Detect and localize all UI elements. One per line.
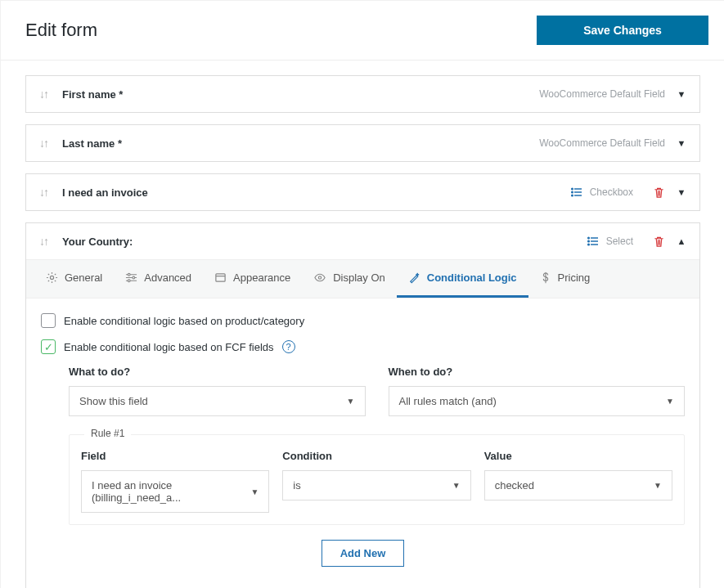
- what-to-do-value: Show this field: [79, 395, 148, 407]
- list-icon: [587, 235, 600, 248]
- svg-point-18: [319, 276, 322, 279]
- tab-label: Conditional Logic: [427, 272, 517, 284]
- collapse-toggle-icon[interactable]: ▲: [677, 236, 686, 246]
- what-to-do-select[interactable]: Show this field ▼: [69, 386, 366, 416]
- gear-icon: [46, 272, 58, 284]
- field-row[interactable]: ↓↑ I need an invoice Checkbox ▼: [25, 173, 700, 211]
- chevron-down-icon: ▼: [347, 397, 355, 406]
- field-row[interactable]: ↓↑ First name * WooCommerce Default Fiel…: [25, 75, 700, 113]
- rule-legend: Rule #1: [84, 428, 131, 439]
- rule-value-select[interactable]: checked ▼: [484, 470, 672, 500]
- what-to-do-label: What to do?: [69, 366, 366, 378]
- tab-label: Display On: [333, 272, 385, 284]
- drag-handle-icon[interactable]: ↓↑: [39, 235, 47, 248]
- chevron-down-icon: ▼: [452, 481, 461, 490]
- drag-handle-icon[interactable]: ↓↑: [39, 88, 47, 101]
- expand-toggle-icon[interactable]: ▼: [677, 187, 686, 197]
- drag-handle-icon[interactable]: ↓↑: [39, 137, 47, 150]
- svg-point-9: [587, 237, 589, 239]
- svg-point-15: [128, 280, 131, 282]
- list-icon: [570, 186, 583, 199]
- tab-conditional-logic[interactable]: Conditional Logic: [397, 260, 528, 298]
- tab-label: Appearance: [233, 272, 290, 284]
- dollar-icon: [540, 272, 551, 284]
- rule-condition-value: is: [293, 479, 300, 491]
- magic-wand-icon: [408, 272, 420, 284]
- enable-fcf-label: Enable conditional logic based on FCF fi…: [64, 341, 274, 353]
- enable-product-checkbox[interactable]: [41, 313, 56, 328]
- svg-point-5: [571, 195, 573, 196]
- when-to-do-label: When to do?: [389, 366, 686, 378]
- field-row-expanded: ↓↑ Your Country: Select ▲ General: [25, 222, 700, 588]
- tab-display-on[interactable]: Display On: [302, 260, 397, 298]
- chevron-down-icon: ▼: [250, 487, 259, 496]
- field-row[interactable]: ↓↑ Your Country: Select ▲: [26, 223, 699, 259]
- rule-box: Rule #1 Field I need an invoice (billing…: [69, 434, 685, 525]
- expand-toggle-icon[interactable]: ▼: [677, 138, 686, 148]
- expand-toggle-icon[interactable]: ▼: [677, 89, 686, 99]
- field-settings-tabs: General Advanced Appearance: [26, 259, 699, 298]
- save-changes-button[interactable]: Save Changes: [537, 16, 708, 45]
- appearance-icon: [214, 272, 227, 284]
- svg-point-13: [128, 273, 131, 276]
- tab-advanced[interactable]: Advanced: [114, 260, 203, 298]
- rule-value-label: Value: [484, 450, 672, 462]
- field-label: First name *: [62, 88, 539, 101]
- delete-field-icon[interactable]: [653, 186, 665, 199]
- when-to-do-value: All rules match (and): [399, 395, 497, 407]
- field-type-label: Select: [606, 236, 633, 247]
- rule-condition-label: Condition: [282, 450, 470, 462]
- rule-value-value: checked: [495, 479, 534, 491]
- sliders-icon: [125, 272, 137, 284]
- svg-point-3: [571, 188, 573, 190]
- field-type-label: WooCommerce Default Field: [539, 88, 665, 100]
- field-label: Last name *: [62, 137, 539, 150]
- chevron-down-icon: ▼: [666, 397, 674, 406]
- tab-label: Pricing: [558, 272, 591, 284]
- delete-field-icon[interactable]: [653, 236, 665, 248]
- rule-condition-select[interactable]: is ▼: [282, 470, 470, 500]
- tab-label: General: [65, 272, 102, 284]
- help-icon[interactable]: ?: [282, 340, 295, 353]
- enable-product-label: Enable conditional logic based on produc…: [64, 315, 304, 327]
- tab-label: Advanced: [144, 272, 191, 284]
- rule-field-value: I need an invoice (billing_i_need_a...: [92, 479, 250, 504]
- when-to-do-select[interactable]: All rules match (and) ▼: [389, 386, 686, 416]
- rule-field-select[interactable]: I need an invoice (billing_i_need_a... ▼: [81, 470, 269, 513]
- chevron-down-icon: ▼: [654, 481, 662, 490]
- field-row[interactable]: ↓↑ Last name * WooCommerce Default Field…: [25, 124, 700, 162]
- svg-point-4: [571, 191, 573, 193]
- eye-icon: [313, 272, 326, 284]
- field-label: I need an invoice: [62, 186, 570, 199]
- field-type-label: WooCommerce Default Field: [539, 137, 665, 149]
- field-type-label: Checkbox: [590, 186, 633, 198]
- svg-point-14: [133, 276, 135, 279]
- tab-general[interactable]: General: [34, 260, 114, 298]
- rule-field-label: Field: [81, 450, 269, 462]
- svg-rect-16: [216, 274, 225, 281]
- svg-point-10: [587, 240, 589, 242]
- page-title: Edit form: [25, 20, 97, 41]
- field-label: Your Country:: [62, 236, 587, 248]
- drag-handle-icon[interactable]: ↓↑: [39, 186, 47, 199]
- tab-pricing[interactable]: Pricing: [528, 260, 602, 298]
- add-new-rule-button[interactable]: Add New: [322, 540, 405, 567]
- enable-fcf-checkbox[interactable]: ✓: [41, 339, 56, 354]
- svg-point-11: [587, 244, 589, 245]
- svg-point-12: [50, 276, 53, 279]
- tab-appearance[interactable]: Appearance: [203, 260, 302, 298]
